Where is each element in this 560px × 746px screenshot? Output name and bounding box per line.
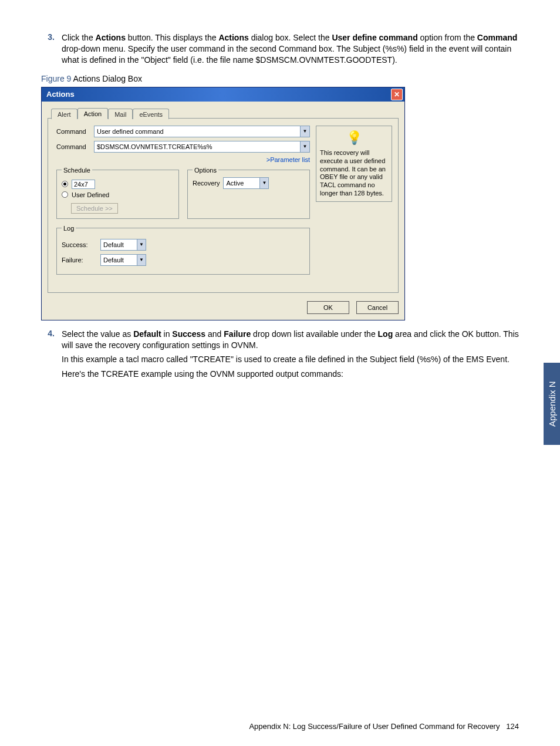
- recovery-select[interactable]: Active ▼: [223, 177, 269, 189]
- step-4-container: 4. Select the value as Default in Succes…: [41, 329, 519, 384]
- tab-events[interactable]: eEvents: [133, 109, 169, 119]
- cancel-button[interactable]: Cancel: [356, 301, 399, 314]
- t: in: [161, 329, 173, 339]
- footer-text: Appendix N: Log Success/Failure of User …: [249, 722, 500, 731]
- options-legend: Options: [193, 167, 218, 174]
- schedule-24x7-text[interactable]: 24x7: [72, 180, 95, 189]
- step-4-number: 4.: [41, 329, 62, 384]
- page-footer: Appendix N: Log Success/Failure of User …: [249, 722, 519, 731]
- step-4-p3: Here's the TCREATE example using the OVN…: [62, 369, 519, 380]
- recovery-value: Active: [226, 180, 244, 187]
- command1-value: User defined command: [97, 128, 164, 135]
- footer-page: 124: [506, 722, 519, 731]
- figure-caption: Figure 9 Actions Dialog Box: [41, 74, 519, 83]
- schedule-button[interactable]: Schedule >>: [71, 203, 118, 214]
- schedule-group: Schedule 24x7 User Defined Schedule >>: [56, 167, 179, 219]
- parameter-list-link[interactable]: >Parameter list: [56, 156, 310, 163]
- t: and: [205, 329, 224, 339]
- radio-user-defined[interactable]: [62, 191, 68, 198]
- t: drop-down menu. Specify the user command…: [62, 44, 511, 65]
- t: option from the: [418, 33, 477, 42]
- t: Actions: [96, 33, 126, 42]
- step-3-number: 3.: [41, 32, 62, 69]
- recovery-label: Recovery: [193, 180, 220, 187]
- tab-alert[interactable]: Alert: [51, 109, 77, 119]
- t: Log: [378, 329, 393, 339]
- dialog-titlebar[interactable]: Actions ✕: [42, 87, 404, 102]
- info-box: 💡 This recovery will execute a user defi…: [316, 126, 392, 202]
- t: Failure: [224, 329, 251, 339]
- tab-panel-action: Command User defined command ▼ Command $…: [48, 118, 399, 293]
- t: User define command: [332, 33, 417, 42]
- log-group: Log Success: Default ▼ Failure: Default: [56, 225, 310, 275]
- figure-title: Actions Dialog Box: [71, 74, 142, 83]
- step-4-text: Select the value as Default in Success a…: [62, 329, 519, 384]
- command2-select[interactable]: $DSMSCM.OVNMTEST.TCREATE%s% ▼: [94, 141, 310, 153]
- t: drop down list available under the: [251, 329, 377, 339]
- info-text: This recovery will execute a user define…: [320, 149, 386, 197]
- step-4-p2: In this example a tacl macro called "TCR…: [62, 354, 519, 365]
- close-icon[interactable]: ✕: [391, 89, 403, 100]
- step-3-text: Click the Actions button. This displays …: [62, 32, 519, 69]
- command1-label: Command: [56, 128, 94, 135]
- chevron-down-icon[interactable]: ▼: [137, 239, 146, 250]
- t: dialog box. Select the: [249, 33, 332, 42]
- tab-action[interactable]: Action: [77, 108, 109, 119]
- ok-button[interactable]: OK: [307, 301, 349, 314]
- log-success-label: Success:: [62, 241, 95, 248]
- log-legend: Log: [62, 225, 76, 232]
- command1-select[interactable]: User defined command ▼: [94, 126, 310, 137]
- actions-dialog: Actions ✕ Alert Action Mail eEvents Comm…: [41, 87, 405, 320]
- figure-number: Figure 9: [41, 74, 71, 83]
- t: Command: [477, 33, 517, 42]
- t: Select the value as: [62, 329, 133, 339]
- schedule-legend: Schedule: [62, 167, 92, 174]
- lightbulb-icon: 💡: [320, 130, 388, 146]
- schedule-user-defined-label: User Defined: [72, 191, 109, 198]
- command2-value: $DSMSCM.OVNMTEST.TCREATE%s%: [97, 143, 212, 150]
- log-failure-label: Failure:: [62, 256, 95, 264]
- chevron-down-icon[interactable]: ▼: [137, 255, 146, 265]
- log-success-value: Default: [103, 241, 124, 248]
- options-group: Options Recovery Active ▼: [187, 167, 310, 219]
- step-3-container: 3. Click the Actions button. This displa…: [41, 32, 519, 69]
- log-success-select[interactable]: Default ▼: [100, 239, 146, 251]
- chevron-down-icon[interactable]: ▼: [300, 126, 309, 137]
- t: button. This displays the: [126, 33, 219, 42]
- tab-mail[interactable]: Mail: [108, 109, 133, 119]
- dialog-tabs: Alert Action Mail eEvents: [48, 107, 399, 118]
- chevron-down-icon[interactable]: ▼: [300, 141, 309, 152]
- side-tab-appendix: Appendix N: [544, 363, 560, 445]
- log-failure-select[interactable]: Default ▼: [100, 254, 146, 266]
- command2-label: Command: [56, 143, 94, 150]
- dialog-title: Actions: [46, 90, 75, 99]
- t: Click the: [62, 33, 96, 42]
- chevron-down-icon[interactable]: ▼: [259, 178, 268, 188]
- radio-24x7[interactable]: [62, 181, 68, 187]
- t: Success: [172, 329, 205, 339]
- t: Default: [133, 329, 161, 339]
- t: Actions: [218, 33, 248, 42]
- log-failure-value: Default: [103, 256, 124, 264]
